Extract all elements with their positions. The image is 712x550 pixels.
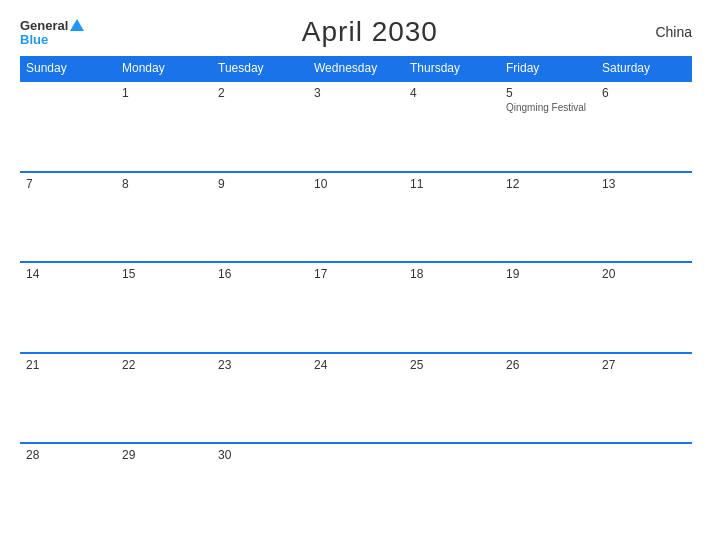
calendar-cell: 19 [500, 262, 596, 353]
day-number: 30 [218, 448, 302, 462]
calendar-cell: 24 [308, 353, 404, 444]
calendar-week-4: 21222324252627 [20, 353, 692, 444]
calendar-week-1: 12345Qingming Festival6 [20, 81, 692, 172]
calendar-cell: 15 [116, 262, 212, 353]
calendar-cell: 8 [116, 172, 212, 263]
day-number: 7 [26, 177, 110, 191]
weekday-wednesday: Wednesday [308, 56, 404, 81]
day-number: 29 [122, 448, 206, 462]
calendar-cell: 4 [404, 81, 500, 172]
calendar-cell: 25 [404, 353, 500, 444]
day-number: 8 [122, 177, 206, 191]
day-number: 3 [314, 86, 398, 100]
day-number: 11 [410, 177, 494, 191]
day-number: 19 [506, 267, 590, 281]
day-number: 17 [314, 267, 398, 281]
country-label: China [655, 24, 692, 40]
day-number: 5 [506, 86, 590, 100]
day-number: 27 [602, 358, 686, 372]
day-number: 18 [410, 267, 494, 281]
calendar-cell: 13 [596, 172, 692, 263]
calendar-cell: 14 [20, 262, 116, 353]
calendar-cell [404, 443, 500, 534]
weekday-thursday: Thursday [404, 56, 500, 81]
day-number: 23 [218, 358, 302, 372]
weekday-header-row: SundayMondayTuesdayWednesdayThursdayFrid… [20, 56, 692, 81]
weekday-friday: Friday [500, 56, 596, 81]
calendar-cell: 30 [212, 443, 308, 534]
calendar-cell: 21 [20, 353, 116, 444]
day-number: 14 [26, 267, 110, 281]
calendar-week-3: 14151617181920 [20, 262, 692, 353]
holiday-label: Qingming Festival [506, 102, 590, 113]
page-header: General Blue April 2030 China [20, 16, 692, 48]
calendar-title: April 2030 [302, 16, 438, 48]
weekday-monday: Monday [116, 56, 212, 81]
calendar-cell: 1 [116, 81, 212, 172]
calendar-cell: 18 [404, 262, 500, 353]
logo-blue-text: Blue [20, 33, 48, 46]
day-number: 25 [410, 358, 494, 372]
calendar-cell: 11 [404, 172, 500, 263]
logo-general-text: General [20, 19, 68, 32]
calendar-cell: 20 [596, 262, 692, 353]
calendar-cell: 9 [212, 172, 308, 263]
day-number: 2 [218, 86, 302, 100]
day-number: 10 [314, 177, 398, 191]
day-number: 26 [506, 358, 590, 372]
logo-triangle-icon [70, 19, 84, 31]
calendar-cell: 29 [116, 443, 212, 534]
calendar-cell [308, 443, 404, 534]
calendar-cell: 10 [308, 172, 404, 263]
calendar-cell: 2 [212, 81, 308, 172]
calendar-cell: 3 [308, 81, 404, 172]
day-number: 12 [506, 177, 590, 191]
calendar-cell: 17 [308, 262, 404, 353]
weekday-tuesday: Tuesday [212, 56, 308, 81]
calendar-table: SundayMondayTuesdayWednesdayThursdayFrid… [20, 56, 692, 534]
calendar-cell [20, 81, 116, 172]
calendar-cell: 26 [500, 353, 596, 444]
day-number: 1 [122, 86, 206, 100]
day-number: 9 [218, 177, 302, 191]
day-number: 4 [410, 86, 494, 100]
day-number: 28 [26, 448, 110, 462]
calendar-cell: 7 [20, 172, 116, 263]
logo: General Blue [20, 19, 84, 46]
day-number: 15 [122, 267, 206, 281]
calendar-cell: 6 [596, 81, 692, 172]
calendar-cell: 28 [20, 443, 116, 534]
calendar-week-5: 282930 [20, 443, 692, 534]
calendar-cell: 5Qingming Festival [500, 81, 596, 172]
calendar-week-2: 78910111213 [20, 172, 692, 263]
calendar-cell: 16 [212, 262, 308, 353]
weekday-sunday: Sunday [20, 56, 116, 81]
calendar-cell [500, 443, 596, 534]
day-number: 21 [26, 358, 110, 372]
calendar-cell: 12 [500, 172, 596, 263]
calendar-cell [596, 443, 692, 534]
day-number: 20 [602, 267, 686, 281]
day-number: 22 [122, 358, 206, 372]
calendar-cell: 22 [116, 353, 212, 444]
weekday-saturday: Saturday [596, 56, 692, 81]
day-number: 13 [602, 177, 686, 191]
calendar-cell: 23 [212, 353, 308, 444]
day-number: 24 [314, 358, 398, 372]
day-number: 6 [602, 86, 686, 100]
day-number: 16 [218, 267, 302, 281]
calendar-cell: 27 [596, 353, 692, 444]
